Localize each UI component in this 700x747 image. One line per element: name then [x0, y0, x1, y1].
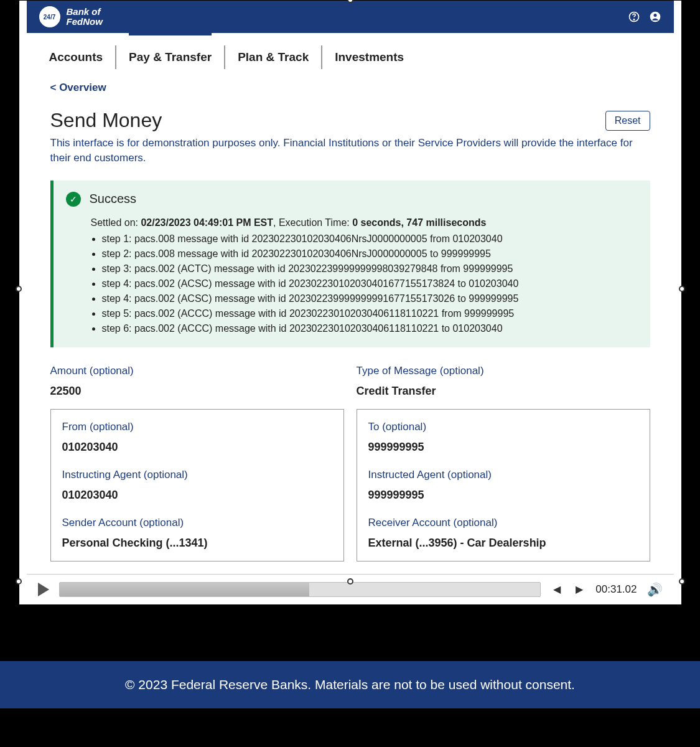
help-icon[interactable]	[628, 11, 640, 23]
receiver-acct-label: Receiver Account (optional)	[368, 517, 638, 529]
svg-point-1	[633, 19, 634, 20]
account-icon[interactable]	[649, 11, 661, 23]
to-value: 999999995	[368, 441, 638, 454]
success-step: step 1: pacs.008 message with id 2023022…	[102, 232, 638, 247]
success-step: step 6: pacs.002 (ACCC) message with id …	[102, 321, 638, 336]
tab-accounts[interactable]: Accounts	[45, 45, 117, 69]
success-step: step 4: pacs.002 (ACSC) message with id …	[102, 291, 638, 306]
settled-line: Settled on: 02/23/2023 04:49:01 PM EST, …	[91, 215, 638, 230]
step-back-icon[interactable]: ◀	[551, 583, 563, 595]
instructed-label: Instructed Agent (optional)	[368, 469, 638, 481]
main-nav: Accounts Pay & Transfer Plan & Track Inv…	[27, 33, 674, 69]
brand-line2: FedNow	[67, 17, 103, 27]
success-step: step 4: pacs.002 (ACSC) message with id …	[102, 276, 638, 291]
success-step: step 3: pacs.002 (ACTC) message with id …	[102, 261, 638, 276]
settled-time: 02/23/2023 04:49:01 PM EST	[141, 217, 273, 228]
tab-plan-track[interactable]: Plan & Track	[225, 45, 322, 69]
svg-point-3	[653, 14, 656, 17]
receiver-acct-value: External (...3956) - Car Dealership	[368, 537, 638, 550]
crop-handle-icon[interactable]	[347, 578, 353, 585]
type-value: Credit Transfer	[357, 385, 650, 398]
crop-handle-icon[interactable]	[679, 286, 685, 292]
brand-line1: Bank of	[67, 7, 103, 17]
from-panel: From (optional) 010203040 Instructing Ag…	[50, 409, 344, 561]
reset-button[interactable]: Reset	[605, 111, 650, 131]
to-panel: To (optional) 999999995 Instructed Agent…	[357, 409, 650, 561]
copyright-footer: © 2023 Federal Reserve Banks. Materials …	[0, 661, 700, 708]
instructing-label: Instructing Agent (optional)	[62, 469, 332, 481]
volume-icon[interactable]: 🔊	[647, 582, 663, 597]
sender-acct-label: Sender Account (optional)	[62, 517, 332, 529]
from-value: 010203040	[62, 441, 332, 454]
progress-bar[interactable]	[59, 582, 541, 597]
back-overview-link[interactable]: < Overview	[50, 82, 106, 94]
brand-logo-icon: 24/7	[39, 6, 60, 27]
exec-prefix: , Execution Time:	[273, 217, 352, 228]
settled-prefix: Settled on:	[91, 217, 141, 228]
crop-handle-icon[interactable]	[16, 286, 22, 292]
check-icon: ✓	[66, 192, 81, 207]
tab-investments[interactable]: Investments	[322, 45, 416, 69]
type-field: Type of Message (optional) Credit Transf…	[357, 365, 650, 398]
success-alert: ✓ Success Settled on: 02/23/2023 04:49:0…	[50, 181, 650, 347]
time-display: 00:31.02	[595, 583, 637, 596]
brand-text: Bank of FedNow	[67, 7, 103, 27]
sender-acct-value: Personal Checking (...1341)	[62, 537, 332, 550]
type-label: Type of Message (optional)	[357, 365, 650, 377]
app-header: 24/7 Bank of FedNow	[27, 1, 674, 33]
header-actions	[628, 11, 661, 23]
success-step: step 5: pacs.002 (ACCC) message with id …	[102, 306, 638, 321]
crop-handle-icon[interactable]	[16, 578, 22, 585]
exec-time: 0 seconds, 747 milliseconds	[352, 217, 486, 228]
amount-label: Amount (optional)	[50, 365, 344, 377]
play-icon[interactable]	[38, 583, 49, 596]
progress-fill	[60, 583, 310, 596]
tab-pay-transfer[interactable]: Pay & Transfer	[116, 45, 225, 69]
disclaimer-text: This interface is for demonstration purp…	[50, 136, 650, 166]
success-step: step 2: pacs.008 message with id 2023022…	[102, 247, 638, 261]
step-forward-icon[interactable]: ▶	[573, 583, 586, 595]
success-steps-list: step 1: pacs.008 message with id 2023022…	[91, 232, 638, 336]
instructing-value: 010203040	[62, 489, 332, 502]
crop-handle-icon[interactable]	[679, 578, 685, 585]
amount-field: Amount (optional) 22500	[50, 365, 344, 398]
amount-value: 22500	[50, 385, 344, 398]
success-title: Success	[90, 192, 137, 206]
page-title: Send Money	[50, 109, 162, 132]
to-label: To (optional)	[368, 421, 638, 433]
from-label: From (optional)	[62, 421, 332, 433]
brand: 24/7 Bank of FedNow	[39, 6, 103, 27]
instructed-value: 999999995	[368, 489, 638, 502]
